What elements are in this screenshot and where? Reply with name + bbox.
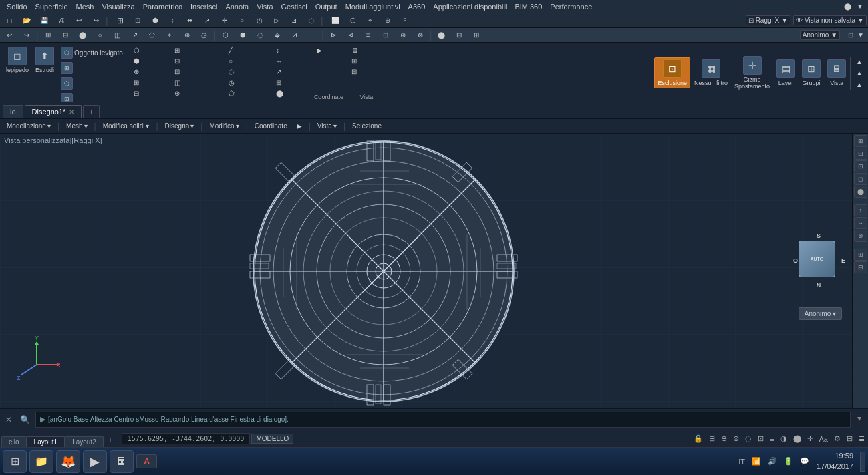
vista-btn-2[interactable]: ⊞ (349, 56, 361, 66)
expand-btn-1[interactable]: ▲ (853, 57, 865, 67)
taskbar-mediaplayer[interactable]: ▶ (83, 450, 107, 473)
view-unsaved-dropdown[interactable]: 👁 Vista non salvata ▼ (793, 15, 867, 25)
rt-btn-9[interactable]: ⊞ (854, 249, 867, 261)
r2-tool-3[interactable]: ⊞ (40, 29, 56, 42)
menu-vista[interactable]: Vista (253, 3, 277, 11)
btn-estrudi[interactable]: ⬆ Estrudi (33, 45, 57, 75)
rt-btn-7[interactable]: ↔ (854, 217, 867, 229)
modifica-btn-1[interactable]: ↕ (273, 45, 286, 55)
mesh-btn-3[interactable]: ⊕ (131, 67, 150, 77)
btn-layer[interactable]: ▤ Layer (774, 58, 798, 88)
rt-btn-3[interactable]: ⊡ (854, 160, 867, 172)
menu-superficie[interactable]: Superficie (31, 3, 72, 11)
r2-tool-4[interactable]: ⊟ (57, 29, 74, 42)
menu-inserisci[interactable]: Inserisci (186, 3, 221, 11)
qa-open[interactable]: 📂 (19, 14, 35, 27)
tray-battery[interactable]: 🔋 (782, 456, 795, 466)
view-extra-btn[interactable]: ⊡ ▼ (843, 29, 867, 42)
cmd-close-btn[interactable]: ✕ (3, 415, 15, 424)
r2-tool-6[interactable]: ○ (92, 29, 108, 42)
ms-btn-2[interactable]: ⊟ (172, 56, 183, 66)
menu-gestisci[interactable]: Gestisci (277, 3, 311, 11)
mesh-btn-5[interactable]: ⊟ (131, 88, 150, 98)
tray-network[interactable]: 📶 (750, 456, 763, 466)
ms-btn-6[interactable]: ⊗ (172, 99, 183, 102)
r2-tool-7[interactable]: ◫ (110, 29, 126, 42)
rt-btn-10[interactable]: ⊟ (854, 261, 867, 273)
rt-btn-5[interactable]: ⬤ (854, 186, 867, 198)
tool-b5[interactable]: ⋮ (397, 14, 413, 27)
qa-redo[interactable]: ↪ (88, 14, 104, 27)
menu-a360[interactable]: A360 (404, 3, 430, 11)
r2-tool-17[interactable]: ⊿ (287, 29, 303, 42)
tsub-coordinate[interactable]: Coordinate (251, 122, 291, 130)
menu-moduli[interactable]: Moduli aggiuntivi (341, 3, 404, 11)
disegna-btn-2[interactable]: ○ (226, 56, 238, 66)
si-isolate[interactable]: ⊟ (845, 434, 855, 444)
btn-sm-4[interactable]: ⊡ (58, 92, 126, 102)
r2-tool-5[interactable]: ⬤ (75, 29, 91, 42)
tool-b2[interactable]: ⬡ (345, 14, 361, 27)
r2-tool-2[interactable]: ↪ (19, 29, 35, 42)
tool-7[interactable]: ✛ (216, 14, 233, 27)
btn-gizmo[interactable]: ✛ Gizmo Spostamento (732, 55, 772, 91)
si-snap[interactable]: ⊕ (719, 434, 729, 444)
nav-cube[interactable]: S E N O AUTO (799, 241, 839, 281)
btn-esclusione[interactable]: ⊡ Esclusione (654, 57, 690, 88)
qa-undo[interactable]: ↩ (71, 14, 87, 27)
tab-layout1[interactable]: Layout1 (27, 436, 65, 447)
btn-sm-3[interactable]: ⬠ (58, 76, 126, 91)
ms-btn-3[interactable]: ⊡ (172, 67, 183, 77)
tray-lang[interactable]: IT (736, 457, 747, 466)
qa-save[interactable]: 💾 (36, 14, 52, 27)
rt-btn-4[interactable]: ◻ (854, 173, 867, 185)
tool-4[interactable]: ↕ (164, 14, 180, 27)
taskbar-autocad[interactable]: A (136, 454, 157, 468)
ms-btn-5[interactable]: ⊛ (172, 88, 183, 98)
rayfilter-dropdown[interactable]: ⊡ Raggi X ▼ (746, 15, 790, 25)
tsub-arrow[interactable]: ▶ (293, 122, 306, 130)
btn-lepipedo[interactable]: ◻ lepipedo (3, 45, 31, 75)
r2-tool-12[interactable]: ◷ (196, 29, 212, 42)
r2-tool-24[interactable]: ⊗ (412, 29, 428, 42)
ms-btn-1[interactable]: ⊞ (172, 45, 183, 55)
vista-btn-3[interactable]: ⊟ (349, 67, 361, 77)
tsub-mesh[interactable]: Mesh ▾ (62, 122, 91, 130)
btn-sm-1[interactable]: ⬡ Oggetto levigato (58, 45, 126, 60)
si-sel-filter[interactable]: ⬤ (791, 434, 803, 444)
layout-tab-add[interactable]: + (104, 434, 118, 447)
si-trans[interactable]: ◑ (778, 434, 789, 444)
menu-right-icon1[interactable]: ⬤ (842, 3, 853, 10)
menu-visualizza[interactable]: Visualizza (98, 3, 138, 11)
tool-2[interactable]: ⊡ (130, 14, 146, 27)
si-props[interactable]: ≣ (857, 434, 867, 444)
disegna-btn-3[interactable]: ◌ (226, 67, 238, 77)
r2-tool-11[interactable]: ⊕ (179, 29, 195, 42)
ms-btn-4[interactable]: ◫ (172, 77, 183, 88)
mesh-btn-6[interactable]: ⋮⋮ (131, 99, 150, 102)
disegna-btn-5[interactable]: ⬠ (226, 88, 238, 98)
r2-tool-16[interactable]: ⬙ (269, 29, 285, 42)
si-annot-scale[interactable]: Aa (817, 434, 830, 444)
vista-btn-1[interactable]: 🖥 (349, 45, 361, 55)
tab-layout2[interactable]: Layout2 (65, 436, 104, 447)
tool-1[interactable]: ⊞ (112, 14, 128, 27)
tsub-modifica[interactable]: Modifica ▾ (205, 122, 243, 130)
tool-3[interactable]: ⬢ (147, 14, 163, 27)
menu-solido[interactable]: Solido (3, 3, 31, 11)
r2-tool-10[interactable]: ⌖ (162, 29, 178, 42)
tool-12[interactable]: ◌ (303, 14, 319, 27)
tab-add-button[interactable]: + (83, 105, 99, 118)
modifica-btn-2[interactable]: ↔ (273, 56, 286, 66)
coord-arrow[interactable]: ▶ (314, 45, 325, 55)
si-gizmo[interactable]: ✛ (805, 434, 815, 444)
start-button[interactable]: ⊞ (3, 450, 27, 473)
anonymous-dropdown[interactable]: Anonimo ▼ (800, 30, 840, 40)
modifica-btn-4[interactable]: ⊞ (273, 77, 286, 88)
tool-8[interactable]: ○ (234, 14, 250, 27)
r2-tool-26[interactable]: ⊟ (451, 29, 467, 42)
r2-tool-18[interactable]: ⋯ (304, 29, 320, 42)
expand-btn-3[interactable]: ▲ (853, 80, 865, 90)
model-badge[interactable]: MODELLO (251, 434, 293, 444)
si-dyn[interactable]: ⊡ (756, 434, 766, 444)
